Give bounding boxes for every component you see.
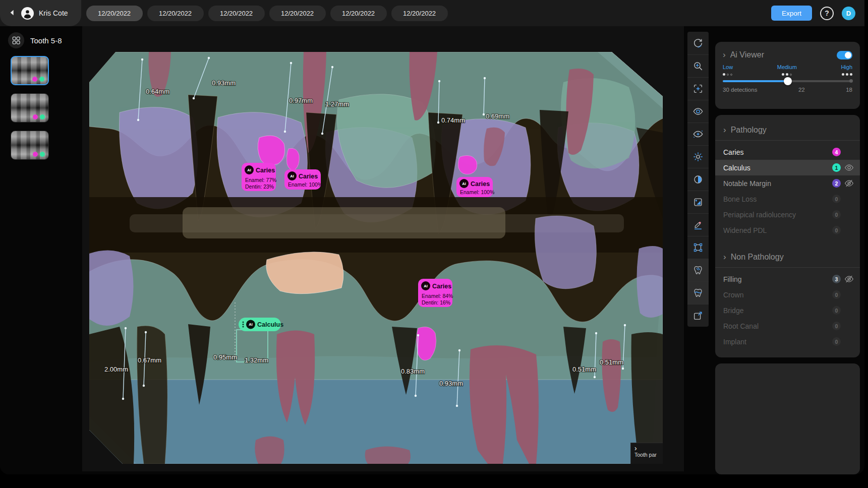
- pathology-row-notable-margin[interactable]: Notable Margin 2: [715, 175, 860, 191]
- tooth-anatomy-button[interactable]: [687, 281, 709, 304]
- non-pathology-row-root-canal[interactable]: Root Canal 0: [715, 318, 860, 334]
- count-badge: 0: [832, 322, 841, 330]
- caries-label-3[interactable]: AI Caries Enamel: 100%: [456, 177, 494, 197]
- svg-text:Caries: Caries: [299, 173, 318, 180]
- findings-card: › Pathology Caries 4 Calculus 1 Notable …: [715, 115, 860, 357]
- visibility-toggle[interactable]: [841, 163, 854, 172]
- pathology-row-widened-pdl[interactable]: Widened PDL 0: [715, 222, 860, 238]
- right-panel: › Ai Viewer Low Medium High: [712, 26, 864, 474]
- eye-outline-icon: [692, 106, 704, 117]
- levels-button[interactable]: [687, 191, 709, 213]
- select-area-button[interactable]: [687, 77, 709, 100]
- visibility-toggle[interactable]: [841, 178, 854, 188]
- date-selector: 12/20/2022 12/20/2022 12/20/2022 12/20/2…: [86, 6, 448, 21]
- eye-slash-icon: [844, 178, 854, 188]
- caries-label-1[interactable]: AI Caries Enamel: 77% Dentin: 23%: [242, 163, 276, 191]
- expand-view-button[interactable]: [687, 304, 709, 327]
- non-pathology-row-implant[interactable]: Implant 0: [715, 334, 860, 349]
- calculus-dot: [39, 77, 44, 82]
- date-pill-2[interactable]: 12/20/2022: [208, 6, 265, 21]
- svg-text:0.64mm: 0.64mm: [146, 88, 169, 95]
- svg-text:0.74mm: 0.74mm: [441, 116, 465, 124]
- date-pill-1[interactable]: 12/20/2022: [147, 6, 204, 21]
- svg-text:0.95mm: 0.95mm: [213, 353, 237, 361]
- svg-text:AI: AI: [290, 174, 294, 178]
- date-pill-5[interactable]: 12/20/2022: [391, 6, 448, 21]
- layout-grid-icon[interactable]: [8, 32, 24, 48]
- pathology-row-bone-loss[interactable]: Bone Loss 0: [715, 191, 860, 207]
- svg-text:Dentin: 16%: Dentin: 16%: [422, 299, 450, 306]
- show-detections-button[interactable]: [687, 123, 709, 145]
- ai-viewer-toggle[interactable]: [837, 51, 852, 59]
- calculus-label[interactable]: AI Calculus: [239, 318, 283, 331]
- level-high-label[interactable]: High: [841, 64, 852, 70]
- slider-fill: [723, 80, 788, 82]
- show-outlines-button[interactable]: [687, 100, 709, 123]
- calculus-dot: [40, 114, 45, 119]
- sensitivity-slider[interactable]: [723, 80, 852, 82]
- canvas-header: Tooth 5-8: [8, 32, 62, 48]
- svg-text:0.51mm: 0.51mm: [572, 365, 596, 373]
- bounding-box-icon: [692, 242, 704, 253]
- date-pill-4[interactable]: 12/20/2022: [330, 6, 387, 21]
- svg-text:Dentin: 23%: Dentin: 23%: [245, 184, 274, 190]
- count-badge: 0: [832, 306, 841, 315]
- caries-label-2[interactable]: AI Caries Enamel: 100%: [284, 169, 322, 190]
- chevron-right-icon[interactable]: ›: [723, 51, 726, 58]
- high-count: 18: [846, 87, 852, 93]
- divider: [715, 140, 860, 141]
- slider-thumb[interactable]: [784, 77, 792, 85]
- help-button[interactable]: ?: [820, 7, 834, 20]
- level-medium-label[interactable]: Medium: [777, 64, 797, 70]
- svg-text:Caries: Caries: [471, 180, 490, 188]
- xray-canvas[interactable]: 0.64mm 0.93mm 0.97mm 1.27mm 0.74mm 0.69m…: [89, 52, 663, 464]
- zoom-in-button[interactable]: [687, 54, 709, 77]
- pathology-row-caries[interactable]: Caries 4: [715, 144, 860, 160]
- bounding-box-button[interactable]: [687, 236, 709, 259]
- chevron-right-icon[interactable]: ›: [723, 254, 726, 261]
- visibility-toggle[interactable]: [841, 274, 854, 284]
- ai-viewer-card: › Ai Viewer Low Medium High: [715, 42, 860, 109]
- non-pathology-row-crown[interactable]: Crown 0: [715, 287, 860, 302]
- count-badge: 0: [832, 290, 841, 299]
- tooth-parts-label: Tooth par: [634, 452, 663, 458]
- xray-thumbnail-2[interactable]: [11, 131, 49, 160]
- pathology-row-periapical-radiolucency[interactable]: Periapical radiolucency 0: [715, 207, 860, 222]
- svg-text:Calculus: Calculus: [257, 321, 283, 328]
- date-pill-0[interactable]: 12/20/2022: [86, 6, 143, 21]
- count-badge: 4: [832, 148, 841, 156]
- count-badge: 2: [832, 179, 841, 188]
- svg-text:Enamel: 84%: Enamel: 84%: [422, 293, 453, 299]
- level-low-label[interactable]: Low: [723, 64, 733, 70]
- svg-text:Caries: Caries: [256, 167, 275, 174]
- patient-tab: Kris Cote: [0, 0, 81, 26]
- back-button[interactable]: [8, 9, 16, 18]
- svg-text:0.93mm: 0.93mm: [212, 79, 236, 87]
- xray-thumbnail-0[interactable]: [11, 56, 49, 85]
- eye-open-icon: [844, 163, 854, 172]
- contrast-button[interactable]: [687, 168, 709, 191]
- tooth-anatomy-icon: [692, 287, 704, 298]
- non-pathology-row-bridge[interactable]: Bridge 0: [715, 302, 860, 318]
- caries-label-4[interactable]: AI Caries Enamel: 84% Dentin: 16%: [418, 279, 453, 307]
- main-area: Tooth 5-8: [0, 26, 864, 474]
- rotate-button[interactable]: [687, 32, 709, 54]
- svg-text:Enamel: 77%: Enamel: 77%: [245, 177, 276, 183]
- chevron-right-icon[interactable]: ›: [723, 127, 726, 134]
- svg-text:1.32mm: 1.32mm: [245, 356, 268, 364]
- tooth-parts-panel[interactable]: › Tooth par: [630, 443, 663, 464]
- user-avatar[interactable]: D: [842, 7, 855, 20]
- date-pill-3[interactable]: 12/20/2022: [269, 6, 326, 21]
- tooth-parts-icon: [692, 265, 704, 276]
- medium-count: 22: [798, 87, 805, 93]
- tooth-parts-button[interactable]: [687, 259, 709, 281]
- annotate-button[interactable]: [687, 213, 709, 236]
- xray-thumbnail-1[interactable]: [11, 93, 49, 123]
- pathology-row-calculus[interactable]: Calculus 1: [715, 160, 860, 175]
- non-pathology-row-filling[interactable]: Filling 3: [715, 271, 860, 287]
- brightness-button[interactable]: [687, 145, 709, 168]
- svg-text:AI: AI: [462, 181, 466, 186]
- export-button[interactable]: Export: [771, 6, 812, 21]
- zoom-in-icon: [692, 60, 704, 72]
- rotate-icon: [692, 38, 704, 49]
